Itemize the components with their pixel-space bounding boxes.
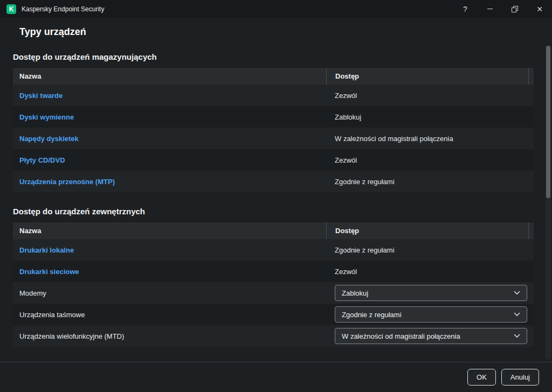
ok-button[interactable]: OK: [467, 369, 496, 386]
selected-option: Zgodnie z regułami: [342, 311, 402, 319]
table-row: Drukarki sieciowe Zezwól: [13, 261, 534, 282]
table-row: Urządzenia wielofunkcyjne (MTD) W zależn…: [13, 325, 534, 347]
access-select[interactable]: W zależności od magistrali połączenia: [335, 328, 527, 344]
device-type-link[interactable]: Dyski wymienne: [19, 113, 74, 121]
storage-devices-table: Nazwa Dostęp Dyski twarde Zezwól Dyski w…: [13, 68, 534, 192]
device-type-label: Urządzenia taśmowe: [19, 311, 85, 319]
device-type-link[interactable]: Drukarki lokalne: [19, 246, 74, 254]
table-row: Modemy Zablokuj: [13, 282, 534, 304]
cancel-button[interactable]: Anuluj: [501, 369, 539, 386]
access-value: Zablokuj: [335, 113, 361, 121]
device-type-link[interactable]: Urządzenia przenośne (MTP): [19, 178, 115, 186]
column-header-end: [528, 68, 534, 85]
column-header-end: [528, 222, 534, 239]
content-area: Typy urządzeń Dostęp do urządzeń magazyn…: [0, 18, 552, 362]
access-value: W zależności od magistrali połączenia: [335, 135, 453, 143]
device-type-label: Urządzenia wielofunkcyjne (MTD): [19, 332, 124, 340]
access-value: Zezwól: [335, 268, 357, 276]
scrollbar-thumb[interactable]: [546, 46, 550, 198]
kaspersky-logo-icon: K: [6, 4, 16, 14]
access-value: Zgodnie z regułami: [335, 246, 395, 254]
column-header-access: Dostęp: [326, 68, 528, 85]
minimize-icon: [487, 9, 493, 9]
device-type-link[interactable]: Drukarki sieciowe: [19, 268, 79, 276]
minimize-button[interactable]: [478, 0, 502, 18]
section-heading-storage: Dostęp do urządzeń magazynujących: [13, 52, 534, 61]
table-body: Drukarki lokalne Zgodnie z regułami Druk…: [13, 239, 534, 347]
selected-option: Zablokuj: [342, 289, 368, 297]
table-row: Urządzenia przenośne (MTP) Zgodnie z reg…: [13, 171, 534, 192]
external-devices-table: Nazwa Dostęp Drukarki lokalne Zgodnie z …: [13, 222, 534, 347]
table-header: Nazwa Dostęp: [13, 222, 534, 239]
window-controls: ? ✕: [453, 0, 552, 18]
table-row: Urządzenia taśmowe Zgodnie z regułami: [13, 304, 534, 325]
table-header: Nazwa Dostęp: [13, 68, 534, 85]
column-header-access: Dostęp: [326, 222, 528, 239]
table-row: Napędy dyskietek W zależności od magistr…: [13, 128, 534, 149]
table-row: Drukarki lokalne Zgodnie z regułami: [13, 239, 534, 261]
section-heading-external: Dostęp do urządzeń zewnętrznych: [13, 207, 534, 216]
device-type-link[interactable]: Płyty CD/DVD: [19, 156, 65, 164]
table-row: Dyski wymienne Zablokuj: [13, 106, 534, 128]
table-body: Dyski twarde Zezwól Dyski wymienne Zablo…: [13, 85, 534, 192]
access-select[interactable]: Zgodnie z regułami: [335, 306, 527, 323]
chevron-down-icon: [514, 334, 520, 338]
maximize-button[interactable]: [502, 0, 527, 18]
column-header-name: Nazwa: [13, 227, 326, 235]
access-value: Zezwól: [335, 92, 357, 100]
access-value: Zezwól: [335, 156, 357, 164]
device-type-link[interactable]: Dyski twarde: [19, 92, 63, 100]
table-row: Dyski twarde Zezwól: [13, 85, 534, 106]
selected-option: W zależności od magistrali połączenia: [342, 332, 460, 340]
access-select[interactable]: Zablokuj: [335, 285, 527, 301]
access-value: Zgodnie z regułami: [335, 178, 395, 186]
column-header-name: Nazwa: [13, 72, 326, 80]
titlebar: K Kaspersky Endpoint Security ? ✕: [0, 0, 552, 18]
device-type-link[interactable]: Napędy dyskietek: [19, 135, 79, 143]
table-row: Płyty CD/DVD Zezwól: [13, 149, 534, 171]
device-type-label: Modemy: [19, 289, 46, 297]
app-title: Kaspersky Endpoint Security: [22, 5, 104, 13]
chevron-down-icon: [514, 312, 520, 317]
page-title: Typy urządzeń: [19, 26, 534, 38]
footer-bar: OK Anuluj: [0, 362, 552, 392]
vertical-scrollbar[interactable]: [546, 46, 551, 360]
help-button[interactable]: ?: [453, 0, 478, 18]
chevron-down-icon: [514, 291, 520, 295]
close-button[interactable]: ✕: [527, 0, 552, 18]
restore-icon: [512, 6, 518, 12]
